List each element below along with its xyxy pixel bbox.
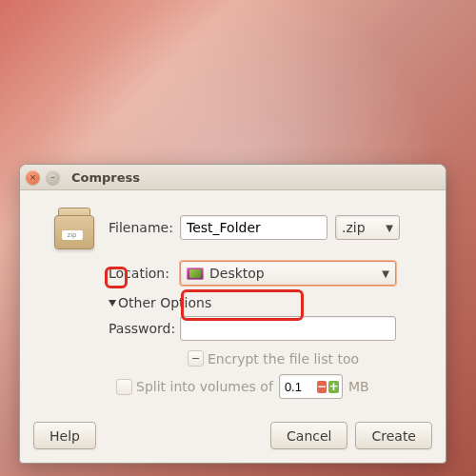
chevron-down-icon: ▼ xyxy=(386,223,393,233)
help-button[interactable]: Help xyxy=(33,422,96,449)
archive-icon: zip xyxy=(52,204,94,251)
location-value: Desktop xyxy=(209,266,382,281)
password-label: Password: xyxy=(109,321,180,336)
split-size-spinner[interactable]: − + xyxy=(279,374,343,399)
encrypt-checkbox[interactable]: − xyxy=(188,350,204,367)
compress-dialog: × – Compress zip Filename: .zip ▼ Locati… xyxy=(19,164,446,464)
extension-select[interactable]: .zip ▼ xyxy=(335,215,400,240)
filename-label: Filename: xyxy=(109,220,180,235)
titlebar[interactable]: × – Compress xyxy=(20,165,446,190)
filename-input[interactable] xyxy=(180,215,327,240)
split-size-input[interactable] xyxy=(283,379,315,395)
close-icon[interactable]: × xyxy=(26,170,40,185)
other-options-expander[interactable]: Other Options xyxy=(109,295,211,310)
minimize-icon[interactable]: – xyxy=(46,170,60,185)
window-title: Compress xyxy=(71,170,140,185)
minus-icon[interactable]: − xyxy=(317,381,327,393)
cancel-button[interactable]: Cancel xyxy=(270,422,347,449)
location-label: Location: xyxy=(109,266,180,281)
location-select[interactable]: Desktop ▼ xyxy=(180,261,396,286)
extension-label: .zip xyxy=(342,220,366,235)
create-button[interactable]: Create xyxy=(355,422,432,449)
plus-icon[interactable]: + xyxy=(328,381,339,393)
split-unit-label: MB xyxy=(348,379,369,394)
split-label: Split into volumes of xyxy=(136,379,273,394)
chevron-down-icon: ▼ xyxy=(382,268,389,279)
triangle-down-icon xyxy=(109,300,116,307)
desktop-icon xyxy=(187,268,204,280)
password-input[interactable] xyxy=(180,316,396,341)
split-checkbox[interactable] xyxy=(116,379,132,395)
expander-label: Other Options xyxy=(118,295,211,310)
encrypt-label: Encrypt the file list too xyxy=(208,351,359,367)
